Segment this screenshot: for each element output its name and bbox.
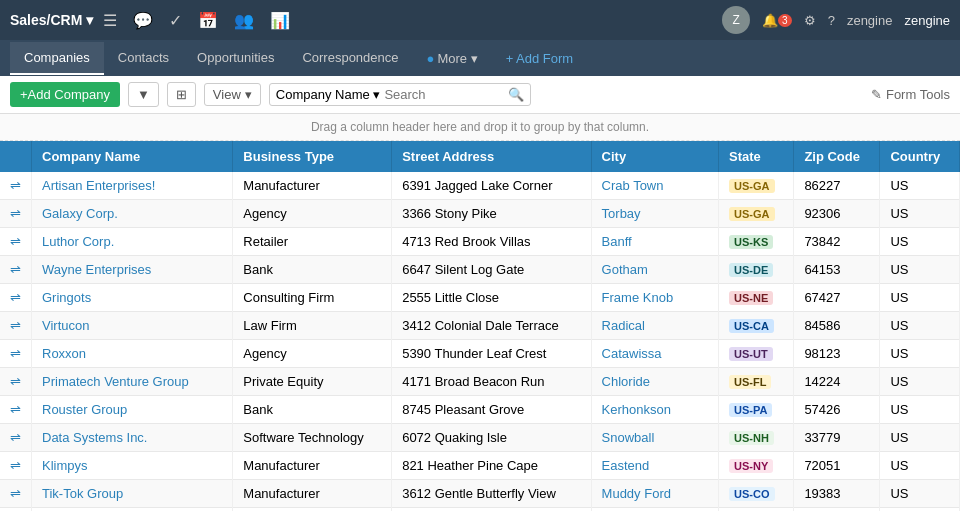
cell-company-name[interactable]: Initrode [32,508,233,512]
row-icon-cell: ⇌ [0,368,32,396]
cell-company-name[interactable]: Rouster Group [32,396,233,424]
table-row: ⇌ Galaxy Corp. Agency 3366 Stony Pike To… [0,200,960,228]
notification-badge[interactable]: 🔔3 [762,13,792,28]
row-icon-cell: ⇌ [0,396,32,424]
column-selector[interactable]: Company Name ▾ [276,87,381,102]
col-state[interactable]: State [719,141,794,172]
cell-company-name[interactable]: Gringots [32,284,233,312]
table-row: ⇌ Wayne Enterprises Bank 6647 Silent Log… [0,256,960,284]
cell-company-name[interactable]: Roxxon [32,340,233,368]
charts-icon[interactable]: 📊 [270,11,290,30]
cell-company-name[interactable]: Data Systems Inc. [32,424,233,452]
cell-city[interactable]: Gotham [591,256,718,284]
right-side: Z 🔔3 ⚙ ? zengine zengine [722,6,950,34]
user-name: zengine [847,13,893,28]
cell-business-type: Consulting Firm [233,284,392,312]
cell-company-name[interactable]: Virtucon [32,312,233,340]
filter-button[interactable]: ▼ [128,82,159,107]
cell-company-name[interactable]: Primatech Venture Group [32,368,233,396]
cell-city[interactable]: Banff [591,228,718,256]
cell-street: 821 Heather Pine Cape [392,452,591,480]
row-link-icon[interactable]: ⇌ [10,374,21,389]
cell-street: 6072 Quaking Isle [392,424,591,452]
search-container: Company Name ▾ 🔍 [269,83,532,106]
notification-count: 3 [778,14,792,27]
cell-city[interactable]: Kerhonkson [591,396,718,424]
cell-city[interactable]: Torbay [591,200,718,228]
cell-city[interactable]: Catawissa [591,340,718,368]
row-link-icon[interactable]: ⇌ [10,346,21,361]
row-link-icon[interactable]: ⇌ [10,178,21,193]
tab-contacts[interactable]: Contacts [104,42,183,75]
col-street-address[interactable]: Street Address [392,141,591,172]
cell-company-name[interactable]: Wayne Enterprises [32,256,233,284]
cell-company-name[interactable]: Luthor Corp. [32,228,233,256]
cell-street: 5805 Lazy Hills Rise [392,508,591,512]
search-icon[interactable]: 🔍 [508,87,524,102]
cell-company-name[interactable]: Tik-Tok Group [32,480,233,508]
table-row: ⇌ Artisan Enterprises! Manufacturer 6391… [0,172,960,200]
tab-correspondence[interactable]: Correspondence [288,42,412,75]
col-business-type[interactable]: Business Type [233,141,392,172]
row-icon-cell: ⇌ [0,256,32,284]
cell-state: US-PA [719,396,794,424]
row-link-icon[interactable]: ⇌ [10,458,21,473]
cell-state: US-DE [719,256,794,284]
cell-company-name[interactable]: Klimpys [32,452,233,480]
row-link-icon[interactable]: ⇌ [10,290,21,305]
cell-state: US-CA [719,312,794,340]
tab-opportunities[interactable]: Opportunities [183,42,288,75]
tasks-icon[interactable]: ✓ [169,11,182,30]
cell-zip: 64153 [794,256,880,284]
cell-country: US [880,396,960,424]
cell-street: 3366 Stony Pike [392,200,591,228]
cell-street: 5390 Thunder Leaf Crest [392,340,591,368]
cell-country: US [880,228,960,256]
row-link-icon[interactable]: ⇌ [10,430,21,445]
row-link-icon[interactable]: ⇌ [10,234,21,249]
help-icon[interactable]: ? [828,13,835,28]
cell-city[interactable]: Radical [591,312,718,340]
search-input[interactable] [384,87,504,102]
row-link-icon[interactable]: ⇌ [10,318,21,333]
form-tools-button[interactable]: ✎ Form Tools [871,87,950,102]
col-company-name[interactable]: Company Name [32,141,233,172]
settings-icon[interactable]: ⚙ [804,13,816,28]
add-company-button[interactable]: +Add Company [10,82,120,107]
cell-state: US-FL [719,368,794,396]
people-icon[interactable]: 👥 [234,11,254,30]
add-form-link[interactable]: + Add Form [492,43,588,74]
cell-city[interactable]: Muddy Ford [591,480,718,508]
grid-view-button[interactable]: ⊞ [167,82,196,107]
row-link-icon[interactable]: ⇌ [10,486,21,501]
cell-company-name[interactable]: Artisan Enterprises! [32,172,233,200]
cell-city[interactable]: Snowball [591,424,718,452]
brand-logo[interactable]: Sales/CRM ▾ [10,12,93,28]
calendar-icon[interactable]: 📅 [198,11,218,30]
col-city[interactable]: City [591,141,718,172]
cell-city[interactable]: Kozy Corners [591,508,718,512]
cell-city[interactable]: Crab Town [591,172,718,200]
cell-business-type: Agency [233,200,392,228]
cell-city[interactable]: Chloride [591,368,718,396]
cell-country: US [880,368,960,396]
cell-city[interactable]: Eastend [591,452,718,480]
menu-icon[interactable]: ☰ [103,11,117,30]
cell-company-name[interactable]: Galaxy Corp. [32,200,233,228]
col-zip[interactable]: Zip Code [794,141,880,172]
col-country[interactable]: Country [880,141,960,172]
avatar[interactable]: Z [722,6,750,34]
row-icon-cell: ⇌ [0,508,32,512]
tab-more[interactable]: ● More ▾ [413,43,492,74]
companies-table: Company Name Business Type Street Addres… [0,141,960,511]
chat-icon[interactable]: 💬 [133,11,153,30]
row-icon-cell: ⇌ [0,172,32,200]
cell-city[interactable]: Frame Knob [591,284,718,312]
view-selector[interactable]: View ▾ [204,83,261,106]
cell-state: US-NY [719,508,794,512]
tab-companies[interactable]: Companies [10,42,104,75]
cell-state: US-GA [719,200,794,228]
row-link-icon[interactable]: ⇌ [10,206,21,221]
row-link-icon[interactable]: ⇌ [10,402,21,417]
row-link-icon[interactable]: ⇌ [10,262,21,277]
